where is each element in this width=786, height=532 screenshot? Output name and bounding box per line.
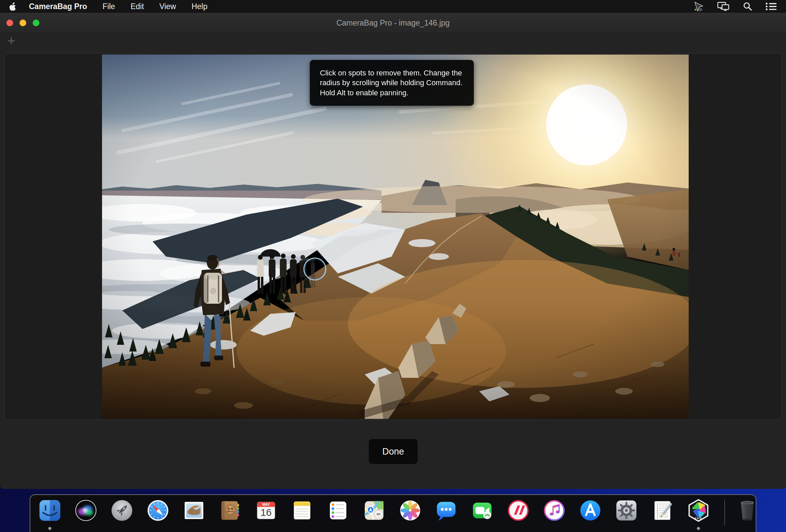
app-window: CameraBag Pro - image_146.jpg + <box>0 13 786 489</box>
window-title: CameraBag Pro - image_146.jpg <box>0 13 786 33</box>
mail-icon <box>183 499 205 522</box>
dock-item-system-preferences[interactable] <box>615 499 638 522</box>
menu-bar: CameraBag Pro File Edit View Help <box>0 0 786 13</box>
minimize-button[interactable] <box>20 20 26 26</box>
spot-removal-cursor <box>303 258 326 280</box>
dock-item-app-store[interactable] <box>579 499 602 522</box>
reminders-icon <box>327 499 350 522</box>
safari-icon <box>146 499 169 522</box>
dock-item-messages[interactable] <box>435 499 458 522</box>
remote-cursor-icon[interactable] <box>694 1 704 11</box>
dock-item-textedit[interactable] <box>651 499 674 522</box>
menu-status-area <box>694 1 777 11</box>
camerabag-pro-icon: PRO <box>687 499 710 522</box>
dock-separator <box>724 500 725 525</box>
add-image-button[interactable]: + <box>7 34 15 47</box>
running-indicator <box>48 527 51 530</box>
dock-item-photos[interactable] <box>399 499 422 522</box>
menu-item-view[interactable]: View <box>159 2 176 11</box>
maps-3d-badge: 3D <box>376 512 380 516</box>
launchpad-icon <box>111 499 133 522</box>
photo-canvas[interactable]: Click on spots to remove them. Change th… <box>102 54 689 419</box>
done-button[interactable]: Done <box>369 439 418 464</box>
dock-item-siri[interactable] <box>74 499 97 522</box>
menu-item-help[interactable]: Help <box>192 2 207 11</box>
siri-icon <box>74 499 97 522</box>
dock-item-camerabag-pro[interactable]: PRO <box>687 499 710 522</box>
music-icon <box>543 499 566 522</box>
dock-item-finder[interactable] <box>39 499 61 522</box>
apple-menu[interactable] <box>9 2 17 11</box>
dock-item-music[interactable] <box>543 499 566 522</box>
dock-item-facetime[interactable] <box>471 499 494 522</box>
textedit-icon <box>651 499 674 522</box>
contacts-icon <box>218 499 241 522</box>
tooltip: Click on spots to remove them. Change th… <box>310 60 474 106</box>
dock-item-reminders[interactable] <box>327 499 350 522</box>
dock-item-safari[interactable] <box>146 499 169 522</box>
app-store-icon <box>579 499 602 522</box>
dock-item-launchpad[interactable] <box>111 499 133 522</box>
news-icon <box>507 499 530 522</box>
close-button[interactable] <box>6 20 13 26</box>
calendar-day-label: 16 <box>260 507 272 518</box>
messages-icon <box>435 499 458 522</box>
spotlight-search-icon[interactable] <box>743 2 752 11</box>
window-title-bar[interactable]: CameraBag Pro - image_146.jpg <box>0 13 786 33</box>
apple-icon <box>9 2 17 11</box>
editor-canvas-panel: Click on spots to remove them. Change th… <box>4 53 782 420</box>
dock-item-maps[interactable]: 3D <box>363 499 386 522</box>
photos-icon <box>399 499 422 522</box>
system-preferences-icon <box>615 499 638 522</box>
finder-icon <box>39 499 61 522</box>
notes-icon <box>291 499 314 522</box>
list-menu-icon[interactable] <box>766 2 777 11</box>
menu-item-file[interactable]: File <box>103 2 115 11</box>
menu-app-name[interactable]: CameraBag Pro <box>29 2 87 11</box>
displays-icon[interactable] <box>717 2 730 11</box>
dock-item-contacts[interactable] <box>218 499 241 522</box>
running-indicator <box>697 527 700 530</box>
zoom-button[interactable] <box>33 20 39 26</box>
calendar-icon: MAY 16 <box>255 499 277 522</box>
maps-icon: 3D <box>363 499 386 522</box>
dock-item-calendar[interactable]: MAY 16 <box>255 499 277 522</box>
dock: MAY 16 <box>30 494 756 532</box>
screen: CameraBag Pro File Edit View Help <box>0 0 786 532</box>
dock-item-trash[interactable] <box>736 499 759 522</box>
dock-item-mail[interactable] <box>183 499 205 522</box>
trash-icon <box>736 499 759 522</box>
camerabag-pro-badge: PRO <box>695 517 702 520</box>
facetime-icon <box>471 499 494 522</box>
dock-item-notes[interactable] <box>291 499 314 522</box>
calendar-month-label: MAY <box>262 502 270 506</box>
menu-item-edit[interactable]: Edit <box>131 2 144 11</box>
photo-scene-mountain-sunset <box>102 54 689 419</box>
dock-item-news[interactable] <box>507 499 530 522</box>
